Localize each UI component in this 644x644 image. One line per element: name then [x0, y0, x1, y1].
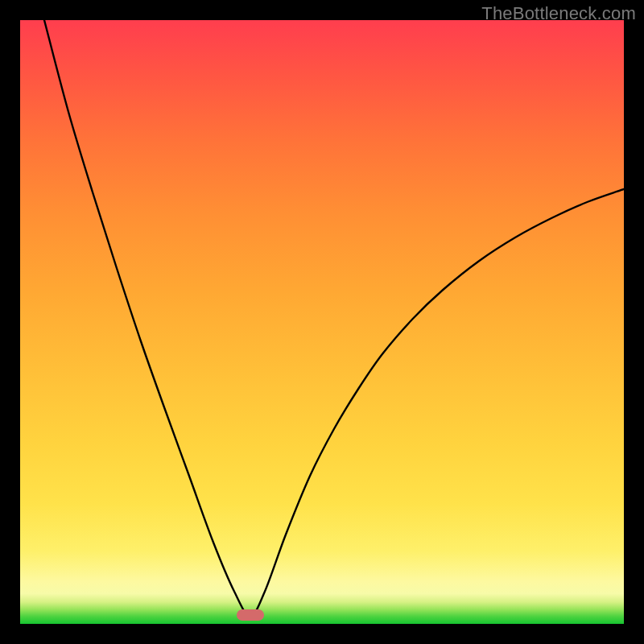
watermark-text: TheBottleneck.com: [481, 3, 636, 24]
chart-frame: TheBottleneck.com: [0, 0, 644, 644]
minimum-marker: [237, 609, 264, 621]
plot-area: [20, 20, 624, 624]
